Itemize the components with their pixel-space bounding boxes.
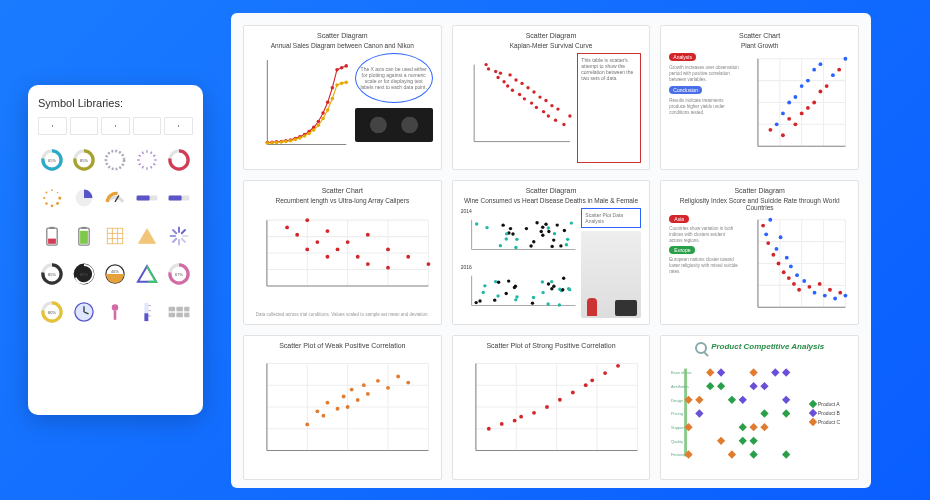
mini-gallery[interactable]	[165, 295, 193, 329]
card-title: Scatter Diagram	[461, 187, 642, 195]
thumbnail-item[interactable]	[164, 117, 193, 135]
clock-icon[interactable]	[70, 295, 98, 329]
svg-point-265	[481, 290, 484, 293]
thumbnail-item[interactable]	[133, 117, 162, 135]
bar-progress-alt[interactable]	[165, 181, 193, 215]
svg-point-151	[556, 107, 559, 110]
svg-line-53	[173, 230, 176, 233]
svg-point-268	[561, 288, 564, 291]
svg-text:67%: 67%	[175, 272, 183, 277]
svg-point-216	[511, 232, 514, 235]
svg-point-178	[813, 100, 817, 104]
template-card[interactable]: Scatter Plot of Weak Positive Correlatio…	[243, 335, 442, 480]
svg-rect-375	[750, 368, 758, 376]
svg-text:Aesthetics: Aesthetics	[671, 384, 689, 389]
donut-yellow[interactable]: 80%	[38, 295, 66, 329]
svg-point-234	[505, 232, 508, 235]
template-card[interactable]: Scatter ChartPlant Growth Analysis Growt…	[660, 25, 859, 170]
svg-point-134	[506, 84, 509, 87]
svg-point-217	[569, 221, 572, 224]
svg-point-115	[298, 136, 302, 140]
svg-text:Quality: Quality	[671, 438, 683, 443]
svg-point-260	[514, 298, 517, 301]
thumbnail-item[interactable]	[101, 117, 130, 135]
svg-line-18	[153, 155, 155, 156]
symbol-libraries-panel: Symbol Libraries: 65% 85% 85% 85%46% 67%…	[28, 85, 203, 415]
svg-point-110	[275, 141, 279, 145]
svg-point-166	[769, 128, 773, 132]
svg-point-219	[501, 223, 504, 226]
svg-point-143	[532, 90, 535, 93]
svg-point-245	[552, 238, 555, 241]
template-card[interactable]: Scatter DiagramKaplan-Meier Survival Cur…	[452, 25, 651, 170]
chart-legend: Product AProduct BProduct C	[810, 354, 850, 473]
svg-point-181	[819, 62, 823, 66]
spinner-lines[interactable]	[165, 219, 193, 253]
svg-point-262	[546, 302, 549, 305]
template-gallery: Scatter DiagramAnnual Sales Diagram betw…	[231, 13, 871, 488]
chart-area	[252, 352, 433, 473]
scale-bar[interactable]	[133, 295, 161, 329]
thumbnail-item[interactable]	[38, 117, 67, 135]
svg-point-152	[562, 123, 565, 126]
template-card[interactable]: Scatter ChartRecumbent length vs Ultra-l…	[243, 180, 442, 325]
svg-point-128	[484, 63, 487, 66]
dial[interactable]	[102, 181, 130, 215]
svg-point-124	[340, 81, 344, 85]
donut-white[interactable]: 85%	[38, 257, 66, 291]
person-icon[interactable]	[102, 295, 130, 329]
grid-icon[interactable]	[102, 219, 130, 253]
svg-rect-400	[782, 450, 790, 458]
annotation-text: Growth increases over observation period…	[669, 65, 739, 83]
svg-point-173	[794, 95, 798, 99]
svg-point-235	[552, 232, 555, 235]
svg-point-23	[51, 204, 54, 207]
svg-line-51	[173, 239, 176, 242]
card-title: Scatter Diagram	[461, 32, 642, 40]
template-card[interactable]: Scatter DiagramWine Consumed vs Heart Di…	[452, 180, 651, 325]
bar-progress[interactable]	[133, 181, 161, 215]
annotation-note: This table is scatter's attempt to show …	[577, 53, 641, 163]
donut-olive[interactable]: 85%	[70, 143, 98, 177]
card-subtitle: Recumbent length vs Ultra-long Array Cal…	[252, 197, 433, 204]
svg-text:46%: 46%	[112, 269, 120, 274]
svg-point-274	[541, 291, 544, 294]
ring-red[interactable]	[165, 143, 193, 177]
template-card[interactable]: Scatter DiagramAnnual Sales Diagram betw…	[243, 25, 442, 170]
svg-point-140	[522, 97, 525, 100]
svg-point-122	[331, 97, 335, 101]
thumbnail-item[interactable]	[70, 117, 99, 135]
donut-dark[interactable]: 85%	[70, 257, 98, 291]
card-title: Scatter Plot of Strong Positive Correlat…	[461, 342, 642, 350]
svg-point-240	[539, 230, 542, 233]
svg-rect-87	[184, 313, 189, 318]
battery-red[interactable]	[38, 219, 66, 253]
svg-point-208	[366, 233, 370, 237]
svg-point-107	[345, 64, 349, 68]
triangle-up[interactable]	[133, 219, 161, 253]
svg-point-28	[57, 192, 58, 193]
battery-green[interactable]	[70, 219, 98, 253]
donut-pink[interactable]: 67%	[165, 257, 193, 291]
svg-point-238	[535, 221, 538, 224]
ring-ticks[interactable]	[133, 143, 161, 177]
triangle-outline[interactable]	[133, 257, 161, 291]
chart-area	[461, 216, 578, 262]
svg-point-255	[562, 276, 565, 279]
svg-point-277	[478, 299, 481, 302]
card-subtitle: Religiosity Index Score and Suicide Rate…	[669, 197, 850, 211]
svg-rect-398	[728, 450, 736, 458]
svg-point-259	[540, 280, 543, 283]
ring-dotted[interactable]	[102, 143, 130, 177]
template-card[interactable]: Product Competitive Analysis Ease of use…	[660, 335, 859, 480]
svg-point-211	[386, 266, 390, 270]
spinner-dots[interactable]	[38, 181, 66, 215]
template-card[interactable]: Scatter Plot of Strong Positive Correlat…	[452, 335, 651, 480]
half-fill[interactable]: 46%	[102, 257, 130, 291]
svg-rect-374	[717, 368, 725, 376]
donut-teal[interactable]: 65%	[38, 143, 66, 177]
template-card[interactable]: Scatter DiagramReligiosity Index Score a…	[660, 180, 859, 325]
magnifier-icon	[695, 342, 707, 354]
svg-point-209	[366, 262, 370, 266]
pie-quarter[interactable]	[70, 181, 98, 215]
